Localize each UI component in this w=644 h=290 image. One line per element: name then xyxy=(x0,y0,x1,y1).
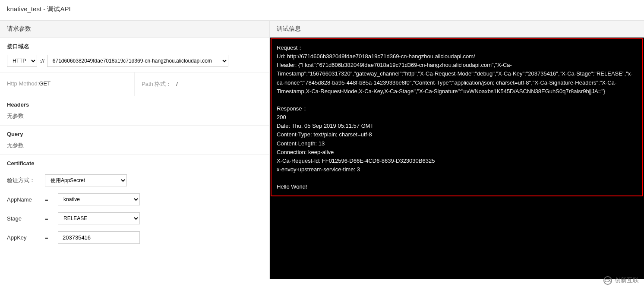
headers-section: Headers 无参数 xyxy=(0,96,269,126)
certificate-section: Certificate 验证方式： 使用AppSecret AppName = … xyxy=(0,155,269,252)
protocol-select[interactable]: HTTP xyxy=(7,55,37,67)
watermark-text: 创新互联 xyxy=(615,277,639,279)
path-value: / xyxy=(176,81,178,87)
page-title: knative_test - 调试API xyxy=(0,0,644,20)
equals-sign: = xyxy=(45,234,58,241)
left-panel-header: 请求参数 xyxy=(0,20,269,38)
auth-select[interactable]: 使用AppSecret xyxy=(45,174,127,186)
headers-empty: 无参数 xyxy=(7,112,262,120)
certificate-title: Certificate xyxy=(7,160,262,167)
appname-label: AppName xyxy=(7,196,45,203)
http-method-value: GET xyxy=(39,80,51,87)
appkey-label: AppKey xyxy=(7,234,45,241)
query-section: Query 无参数 xyxy=(0,126,269,155)
right-panel-header: 调试信息 xyxy=(270,20,644,38)
protocol-separator: :// xyxy=(40,58,44,64)
watermark: CX 创新互联 xyxy=(603,276,639,279)
domain-label: 接口域名 xyxy=(7,43,262,50)
headers-title: Headers xyxy=(7,101,262,108)
equals-sign: = xyxy=(45,196,58,203)
equals-sign: = xyxy=(45,215,58,222)
domain-section: 接口域名 HTTP :// 671d606b382049fdae7018a19c… xyxy=(0,38,269,72)
debug-info-panel: 调试信息 Request： Url: http://671d606b382049… xyxy=(270,20,644,279)
auth-label: 验证方式： xyxy=(7,177,45,184)
query-empty: 无参数 xyxy=(7,142,262,149)
appname-select[interactable]: knative xyxy=(58,193,140,205)
appkey-input[interactable] xyxy=(58,231,140,244)
query-title: Query xyxy=(7,131,262,137)
request-params-panel: 请求参数 接口域名 HTTP :// 671d606b382049fdae701… xyxy=(0,20,270,279)
domain-select[interactable]: 671d606b382049fdae7018a19c71d369-cn-hang… xyxy=(47,55,228,67)
stage-select[interactable]: RELEASE xyxy=(58,212,140,224)
path-label: Path 格式： xyxy=(142,81,171,87)
console: Request： Url: http://671d606b382049fdae7… xyxy=(270,38,644,279)
watermark-icon: CX xyxy=(603,276,612,279)
http-method-label: Http Method: xyxy=(7,80,39,87)
path-cell: Path 格式： / xyxy=(135,72,269,96)
http-method-cell: Http Method:GET xyxy=(0,72,135,96)
console-output: Request： Url: http://671d606b382049fdae7… xyxy=(271,38,643,196)
method-path-row: Http Method:GET Path 格式： / xyxy=(0,72,269,96)
stage-label: Stage xyxy=(7,215,45,222)
